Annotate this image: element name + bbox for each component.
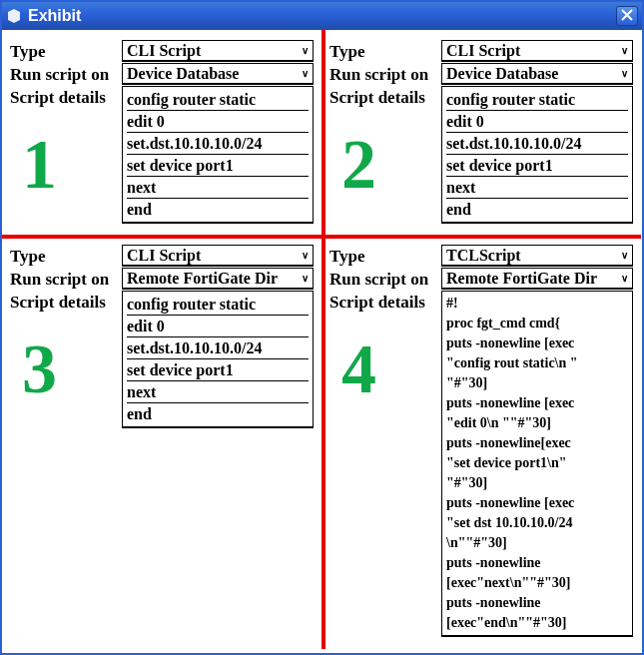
window-body: 1TypeCLI Script∨Run script onDevice Data… <box>2 30 642 653</box>
script-textbox[interactable]: config router staticedit 0set.dst.10.10.… <box>122 291 314 428</box>
type-dropdown[interactable]: CLI Script∨ <box>122 245 314 267</box>
script-line: set device port1 <box>127 359 309 381</box>
script-line: end <box>127 199 309 220</box>
run-dropdown[interactable]: Remote FortiGate Dir∨ <box>122 268 314 290</box>
chevron-down-icon: ∨ <box>302 250 309 261</box>
run-dropdown[interactable]: Remote FortiGate Dir∨ <box>441 268 633 290</box>
row-run: Run script onRemote FortiGate Dir∨ <box>329 268 633 291</box>
type-value-wrap: CLI Script∨ <box>122 40 314 63</box>
script-textbox[interactable]: #!proc fgt_cmd cmd{puts -nonewline [exec… <box>441 291 633 637</box>
type-value-wrap: TCLScript∨ <box>441 245 633 268</box>
type-label: Type <box>329 40 441 62</box>
script-line: puts -nonewline [exec <box>446 393 628 413</box>
pane-number: 1 <box>22 125 57 205</box>
row-run: Run script onRemote FortiGate Dir∨ <box>10 268 314 291</box>
run-label: Run script on <box>329 268 441 290</box>
pane-1: 1TypeCLI Script∨Run script onDevice Data… <box>2 30 322 235</box>
run-label: Run script on <box>329 63 441 85</box>
script-line: \n""#"30] <box>446 533 628 553</box>
script-line: #! <box>446 294 628 314</box>
script-textbox[interactable]: config router staticedit 0set.dst.10.10.… <box>122 86 314 224</box>
run-value-wrap: Device Database∨ <box>122 63 314 86</box>
script-line: next <box>127 381 309 403</box>
chevron-down-icon: ∨ <box>302 273 309 284</box>
script-line: set.dst.10.10.10.0/24 <box>446 133 628 155</box>
type-value: CLI Script <box>127 247 201 265</box>
script-textbox[interactable]: config router staticedit 0set.dst.10.10.… <box>441 86 633 224</box>
chevron-down-icon: ∨ <box>621 273 628 284</box>
chevron-down-icon: ∨ <box>302 68 309 79</box>
script-line: set.dst.10.10.10.0/24 <box>127 337 309 359</box>
pane-4: 4TypeTCLScript∨Run script onRemote Forti… <box>322 235 641 649</box>
run-value: Device Database <box>127 65 239 83</box>
script-line: set.dst.10.10.10.0/24 <box>127 133 309 155</box>
script-line: next <box>446 177 628 199</box>
type-label: Type <box>10 40 122 62</box>
details-value-wrap: config router staticedit 0set.dst.10.10.… <box>122 86 314 224</box>
chevron-down-icon: ∨ <box>621 68 628 79</box>
details-label: Script details <box>329 86 441 108</box>
run-value: Remote FortiGate Dir <box>446 270 597 288</box>
script-line: puts -nonewline [exec <box>446 333 628 353</box>
close-button[interactable] <box>616 6 638 26</box>
details-label: Script details <box>329 291 441 313</box>
run-dropdown[interactable]: Device Database∨ <box>122 63 314 85</box>
script-line: config router static <box>127 294 309 316</box>
script-line: set device port1 <box>127 155 309 177</box>
chevron-down-icon: ∨ <box>621 45 628 56</box>
script-line: "config rout static\n " <box>446 353 628 373</box>
titlebar: Exhibit <box>2 2 642 30</box>
script-line: [exec"end\n""#"30] <box>446 613 628 633</box>
window-title: Exhibit <box>28 7 81 25</box>
script-line: "#"30] <box>446 473 628 493</box>
script-line: set device port1 <box>446 155 628 177</box>
row-type: TypeCLI Script∨ <box>10 40 314 63</box>
type-value: TCLScript <box>446 247 521 265</box>
details-label: Script details <box>10 291 122 313</box>
pane-number: 4 <box>341 329 376 409</box>
details-value-wrap: config router staticedit 0set.dst.10.10.… <box>122 291 314 428</box>
row-run: Run script onDevice Database∨ <box>10 63 314 86</box>
type-dropdown[interactable]: CLI Script∨ <box>122 40 314 62</box>
chevron-down-icon: ∨ <box>302 45 309 56</box>
type-label: Type <box>10 245 122 267</box>
script-line: [exec"next\n""#"30] <box>446 573 628 593</box>
type-value: CLI Script <box>127 42 201 60</box>
divider-horizontal <box>2 235 641 239</box>
close-icon <box>621 7 633 25</box>
run-value: Device Database <box>446 65 558 83</box>
script-line: edit 0 <box>446 111 628 133</box>
run-label: Run script on <box>10 268 122 290</box>
script-line: puts -nonewline <box>446 593 628 613</box>
script-line: next <box>127 177 309 199</box>
script-line: puts -nonewline <box>446 553 628 573</box>
script-line: puts -nonewline [exec <box>446 493 628 513</box>
type-value: CLI Script <box>446 42 520 60</box>
row-type: TypeCLI Script∨ <box>10 245 314 268</box>
script-line: edit 0 <box>127 316 309 337</box>
script-line: end <box>446 199 628 220</box>
chevron-down-icon: ∨ <box>621 250 628 261</box>
row-type: TypeTCLScript∨ <box>329 245 633 268</box>
script-line: "set device port1\n" <box>446 453 628 473</box>
type-dropdown[interactable]: TCLScript∨ <box>441 245 633 267</box>
script-line: "set dst 10.10.10.0/24 <box>446 513 628 533</box>
titlebar-left: Exhibit <box>6 7 81 25</box>
run-value: Remote FortiGate Dir <box>127 270 278 288</box>
type-dropdown[interactable]: CLI Script∨ <box>441 40 633 62</box>
row-type: TypeCLI Script∨ <box>329 40 633 63</box>
details-value-wrap: config router staticedit 0set.dst.10.10.… <box>441 86 633 224</box>
script-line: proc fgt_cmd cmd{ <box>446 314 628 333</box>
script-line: end <box>127 403 309 424</box>
pane-number: 2 <box>341 125 376 205</box>
script-line: "#"30] <box>446 373 628 393</box>
script-line: "edit 0\n ""#"30] <box>446 413 628 433</box>
script-line: edit 0 <box>127 111 309 133</box>
divider-vertical <box>322 30 325 649</box>
run-label: Run script on <box>10 63 122 85</box>
run-dropdown[interactable]: Device Database∨ <box>441 63 633 85</box>
details-label: Script details <box>10 86 122 108</box>
type-value-wrap: CLI Script∨ <box>441 40 633 63</box>
run-value-wrap: Device Database∨ <box>441 63 633 86</box>
pane-3: 3TypeCLI Script∨Run script onRemote Fort… <box>2 235 322 649</box>
